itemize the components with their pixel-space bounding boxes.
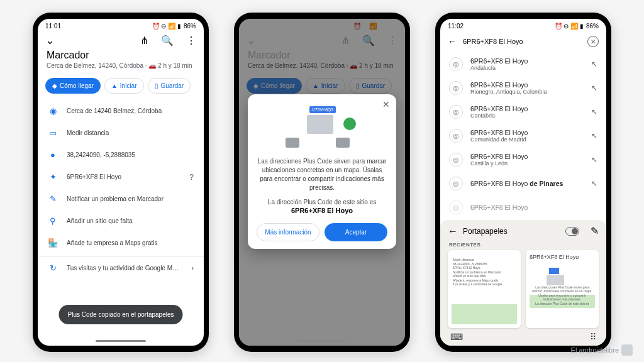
back-icon[interactable]: ← bbox=[448, 226, 458, 237]
pluscode-dialog: ✕ V75V+8Q3 Las direcciones Plus Code sir… bbox=[248, 94, 396, 249]
chevron-right-icon: › bbox=[192, 265, 194, 272]
phone-3: 11:02 ⏰ ⊖ 📶 ▮86% ← ✕ ◎6PR6+XF8 El HoyoAn… bbox=[435, 13, 611, 352]
close-icon[interactable]: ✕ bbox=[382, 99, 390, 109]
phone-2: 11:01 ⏰ ⊖ 📶 ▮86% ⌄ ⋔🔍⋮ Marcador Cerca de… bbox=[234, 13, 410, 352]
status-time: 11:02 bbox=[448, 23, 464, 30]
search-input[interactable] bbox=[463, 38, 581, 45]
store-icon: 🏪 bbox=[48, 238, 58, 248]
accept-button[interactable]: Aceptar bbox=[325, 223, 387, 241]
toast: Plus Code copiado en el portapapeles bbox=[58, 305, 182, 324]
pin-icon: ◎ bbox=[449, 105, 463, 119]
pin-icon: ◎ bbox=[449, 129, 463, 143]
android-icon bbox=[621, 344, 633, 356]
save-button[interactable]: ▯Guardar bbox=[148, 78, 191, 94]
nav-hint[interactable] bbox=[297, 340, 347, 342]
measure-row[interactable]: ▭Medir distancia bbox=[38, 122, 204, 144]
pluscode-row[interactable]: ✦6PR6+XF8 El Hoyo? bbox=[38, 166, 204, 188]
dialog-body2: La dirección Plus Code de este sitio es bbox=[257, 199, 387, 206]
pencil-icon[interactable]: ✎ bbox=[591, 225, 599, 237]
overflow-icon[interactable]: ⋮ bbox=[186, 35, 196, 47]
share-icon[interactable]: ⋔ bbox=[140, 35, 148, 47]
suggestions-list: ◎6PR6+XF8 El HoyoAndalucía↖ ◎6PR6+XF8 El… bbox=[440, 52, 606, 219]
pin-icon: ◎ bbox=[449, 177, 463, 190]
insert-arrow-icon[interactable]: ↖ bbox=[591, 131, 597, 140]
globe-icon: ● bbox=[48, 150, 58, 160]
insert-arrow-icon[interactable]: ↖ bbox=[591, 179, 597, 188]
help-icon[interactable]: ? bbox=[189, 173, 194, 182]
list-item[interactable]: ◎6PR6+XF8 El HoyoCastilla y León↖ bbox=[440, 148, 606, 172]
clip-card-screenshot-1[interactable]: Medir distancia 38,2424090, -5,2888035 6… bbox=[448, 250, 521, 328]
ruler-icon: ▭ bbox=[48, 128, 58, 138]
status-bar: 11:01 ⏰ ⊖ 📶 ▮86% bbox=[38, 19, 204, 31]
list-item[interactable]: ◎6PR6+XF8 El HoyoComunidad de Madrid↖ bbox=[440, 124, 606, 148]
directions-button[interactable]: ◆Cómo llegar bbox=[45, 78, 101, 94]
toggle[interactable] bbox=[565, 227, 579, 236]
pluscode-icon: ✦ bbox=[48, 172, 58, 182]
status-icons: ⏰ ⊖ 📶 ▮ bbox=[152, 23, 181, 30]
place-subtitle: Cerca de Belmez, 14240, Córdoba · 🚗 2 h … bbox=[47, 62, 195, 69]
clipboard-section: RECIENTES bbox=[440, 242, 606, 250]
pin-icon: ◉ bbox=[48, 106, 58, 116]
list-item[interactable]: ◎6PR6+XF8 El Hoyo de Pinares↖ bbox=[440, 172, 606, 195]
insert-arrow-icon[interactable]: ↖ bbox=[591, 84, 597, 92]
pin-icon: ◎ bbox=[449, 200, 463, 214]
status-battery: 86% bbox=[184, 23, 196, 30]
start-button[interactable]: ▲Iniciar bbox=[104, 78, 144, 94]
list-item[interactable]: ◎6PR6+XF8 El HoyoRionegro, Antioquia, Co… bbox=[440, 76, 606, 100]
search-icon[interactable]: 🔍 bbox=[161, 35, 174, 47]
insert-arrow-icon[interactable]: ↖ bbox=[591, 107, 597, 116]
addpin-icon: ⚲ bbox=[48, 216, 58, 226]
phone-1: 11:01 ⏰ ⊖ 📶 ▮86% ⌄ ⋔ 🔍 ⋮ Marcador Cerca … bbox=[33, 13, 209, 352]
report-row[interactable]: ✎Notificar un problema en Marcador bbox=[38, 188, 204, 210]
coords-row[interactable]: ●38,2424090, -5,2888035 bbox=[38, 144, 204, 166]
place-title: Marcador bbox=[47, 50, 195, 61]
addbiz-row[interactable]: 🏪Añade tu empresa a Maps gratis bbox=[38, 232, 204, 254]
navigate-icon: ▲ bbox=[111, 82, 118, 89]
pin-icon: ◎ bbox=[449, 153, 463, 167]
clip-card-text[interactable]: 6PR6+XF8 El Hoyo Las direcciones Plus Co… bbox=[526, 250, 599, 328]
keyboard-dots-icon[interactable]: ⠿ bbox=[590, 332, 596, 342]
watermark: El androidelibre bbox=[571, 344, 633, 356]
list-item[interactable]: ◎6PR6+XF8 El Hoyo bbox=[440, 195, 606, 219]
bookmark-icon: ▯ bbox=[155, 82, 158, 89]
list-item[interactable]: ◎6PR6+XF8 El HoyoCantabria↖ bbox=[440, 100, 606, 124]
illus-tag: V75V+8Q3 bbox=[309, 106, 336, 113]
clipboard-panel: ← Portapapeles ✎ RECIENTES Medir distanc… bbox=[440, 220, 606, 346]
status-time: 11:01 bbox=[45, 23, 61, 30]
list-item[interactable]: ◎6PR6+XF8 El HoyoAndalucía↖ bbox=[440, 52, 606, 76]
clipboard-title: Portapapeles bbox=[463, 227, 560, 236]
nav-hint[interactable] bbox=[96, 340, 146, 342]
pin-icon: ◎ bbox=[449, 57, 463, 71]
more-info-button[interactable]: Más información bbox=[257, 223, 319, 241]
addplace-row[interactable]: ⚲Añadir un sitio que falta bbox=[38, 210, 204, 232]
status-bar: 11:02 ⏰ ⊖ 📶 ▮86% bbox=[440, 19, 606, 31]
history-icon: ↻ bbox=[48, 263, 58, 273]
pin-icon: ◎ bbox=[449, 81, 463, 95]
address-row[interactable]: ◉Cerca de 14240 Belmez, Córdoba bbox=[38, 100, 204, 122]
collapse-chevron-icon[interactable]: ⌄ bbox=[45, 33, 55, 47]
insert-arrow-icon[interactable]: ↖ bbox=[591, 155, 597, 164]
keyboard-hide-icon[interactable]: ⌨ bbox=[450, 332, 463, 342]
back-icon[interactable]: ← bbox=[448, 36, 457, 47]
pluscode-illustration: V75V+8Q3 bbox=[257, 102, 387, 152]
visits-row[interactable]: ↻Tus visitas y tu actividad de Google M…… bbox=[38, 256, 204, 279]
insert-arrow-icon[interactable]: ↖ bbox=[591, 60, 597, 69]
pencil-icon: ✎ bbox=[48, 194, 58, 204]
directions-icon: ◆ bbox=[52, 82, 57, 89]
dialog-pluscode: 6PR6+XF8 El Hoyo bbox=[257, 207, 387, 214]
clear-icon[interactable]: ✕ bbox=[587, 36, 599, 47]
dialog-body: Las direcciones Plus Code sirven para ma… bbox=[257, 157, 387, 192]
